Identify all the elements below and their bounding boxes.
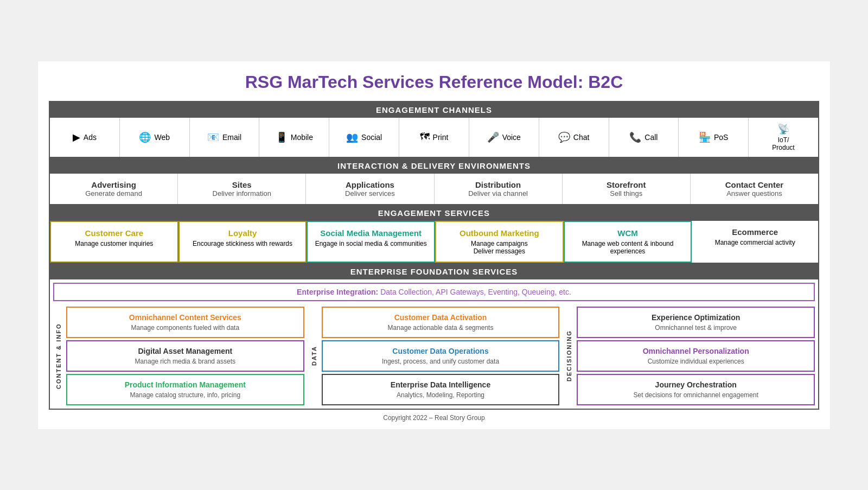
- service-customer-care: Customer Care Manage customer inquiries: [50, 221, 178, 263]
- services-row: Customer Care Manage customer inquiries …: [50, 221, 818, 264]
- channels-header: ENGAGEMENT CHANNELS: [50, 102, 818, 118]
- integration-bar: Enterprise Integration: Data Collection,…: [53, 283, 815, 301]
- content-boxes: Omnichannel Content Services Manage comp…: [66, 307, 304, 405]
- print-icon: 🗺: [420, 131, 430, 143]
- channel-iot: 📡 IoT/ Product: [749, 118, 818, 157]
- decisioning-label: DECISIONING: [564, 307, 575, 405]
- page-wrapper: RSG MarTech Services Reference Model: B2…: [38, 61, 830, 429]
- channel-ads: ▶ Ads: [50, 118, 120, 157]
- service-outbound: Outbound Marketing Manage campaigns Deli…: [435, 221, 564, 263]
- content-info-section: CONTENT & INFO Omnichannel Content Servi…: [53, 307, 304, 405]
- box-product-info: Product Information Management Manage ca…: [66, 374, 304, 405]
- channel-call: 📞 Call: [609, 118, 679, 157]
- decisioning-boxes: Experience Optimization Omnichannel test…: [577, 307, 815, 405]
- chat-icon: 💬: [558, 131, 570, 143]
- service-social-media: Social Media Management Engage in social…: [307, 221, 435, 263]
- channel-social: 👥 Social: [329, 118, 399, 157]
- ads-icon: ▶: [73, 131, 80, 143]
- box-enterprise-data: Enterprise Data Intelligence Analytics, …: [322, 374, 560, 405]
- mobile-icon: 📱: [276, 131, 288, 143]
- delivery-sites: Sites Deliver information: [178, 174, 306, 204]
- data-section: DATA Customer Data Activation Manage act…: [309, 307, 560, 405]
- box-omnichannel-personalization: Omnichannel Personalization Customize in…: [577, 340, 815, 372]
- delivery-distribution: Distribution Deliver via channel: [435, 174, 563, 204]
- channel-web: 🌐 Web: [120, 118, 190, 157]
- box-digital-asset: Digital Asset Management Manage rich med…: [66, 340, 304, 372]
- box-journey-orchestration: Journey Orchestration Set decisions for …: [577, 374, 815, 405]
- content-info-label: CONTENT & INFO: [53, 307, 64, 405]
- delivery-header: INTERACTION & DELIVERY ENVIRONMENTS: [50, 158, 818, 174]
- social-icon: 👥: [346, 131, 358, 143]
- foundation-header: ENTERPRISE FOUNDATION SERVICES: [50, 264, 818, 279]
- copyright: Copyright 2022 – Real Story Group: [49, 410, 819, 424]
- data-label: DATA: [309, 307, 320, 405]
- channels-row: ▶ Ads 🌐 Web 📧 Email 📱 Mobile 👥 Social 🗺: [50, 118, 818, 158]
- box-experience-optimization: Experience Optimization Omnichannel test…: [577, 307, 815, 338]
- box-omnichannel-content: Omnichannel Content Services Manage comp…: [66, 307, 304, 338]
- iot-icon: 📡: [777, 123, 789, 135]
- delivery-storefront: Storefront Sell things: [563, 174, 691, 204]
- page-title: RSG MarTech Services Reference Model: B2…: [49, 72, 819, 92]
- voice-icon: 🎤: [487, 131, 499, 143]
- pos-icon: 🏪: [699, 131, 711, 143]
- email-icon: 📧: [207, 131, 219, 143]
- diagram: ENGAGEMENT CHANNELS ▶ Ads 🌐 Web 📧 Email …: [49, 101, 819, 410]
- channel-pos: 🏪 PoS: [679, 118, 749, 157]
- bottom-columns: CONTENT & INFO Omnichannel Content Servi…: [50, 304, 818, 409]
- call-icon: 📞: [629, 131, 641, 143]
- delivery-contact-center: Contact Center Answer questions: [691, 174, 818, 204]
- decisioning-section: DECISIONING Experience Optimization Omni…: [564, 307, 815, 405]
- channel-print: 🗺 Print: [399, 118, 469, 157]
- channel-email: 📧 Email: [190, 118, 260, 157]
- channel-mobile: 📱 Mobile: [259, 118, 329, 157]
- box-customer-data-ops: Customer Data Operations Ingest, process…: [322, 340, 560, 372]
- web-icon: 🌐: [139, 131, 151, 143]
- delivery-advertising: Advertising Generate demand: [50, 174, 178, 204]
- service-loyalty: Loyalty Encourage stickiness with reward…: [178, 221, 307, 263]
- engagement-services-header: ENGAGEMENT SERVICES: [50, 205, 818, 221]
- box-customer-data-activation: Customer Data Activation Manage actionab…: [322, 307, 560, 338]
- data-boxes: Customer Data Activation Manage actionab…: [322, 307, 560, 405]
- service-ecommerce: Ecommerce Manage commercial activity: [692, 221, 818, 263]
- channel-voice: 🎤 Voice: [469, 118, 539, 157]
- service-wcm: WCM Manage web content & inbound experie…: [564, 221, 692, 263]
- channel-chat: 💬 Chat: [539, 118, 609, 157]
- delivery-row: Advertising Generate demand Sites Delive…: [50, 174, 818, 205]
- delivery-applications: Applications Deliver services: [306, 174, 434, 204]
